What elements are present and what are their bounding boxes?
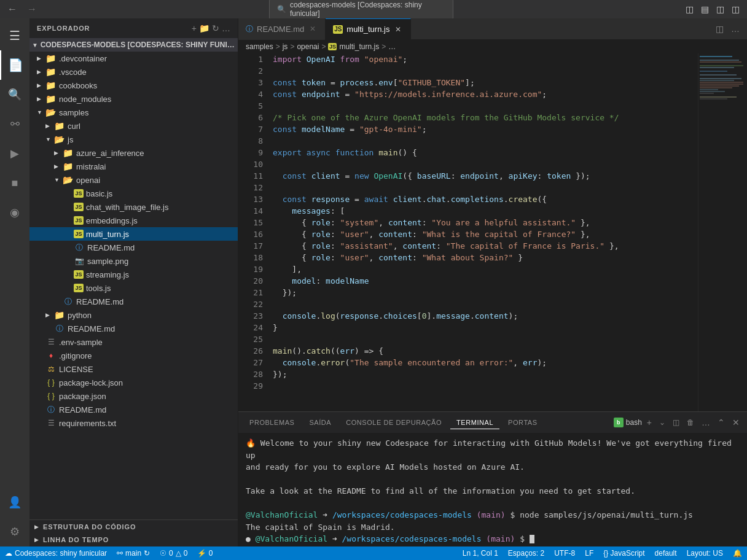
tree-item-tools-js[interactable]: JS tools.js <box>29 281 238 295</box>
tree-item-samples[interactable]: ▼ 📂 samples <box>29 106 238 119</box>
tree-item-env-sample[interactable]: ☰ .env-sample <box>29 335 238 349</box>
tab-multi-turn-close[interactable]: ✕ <box>393 25 403 34</box>
sidebar-header: EXPLORADOR + 📁 ↻ … <box>29 18 238 38</box>
activity-settings[interactable]: ⚙ <box>0 517 29 546</box>
tree-item-curl[interactable]: ▶ 📁 curl <box>29 119 238 133</box>
code-line <box>273 380 698 392</box>
timeline-section[interactable]: ▶ LINHA DO TEMPO <box>29 533 238 546</box>
sidebar-new-file[interactable]: + <box>192 23 197 33</box>
sidebar: EXPLORADOR + 📁 ↻ … ▼ CODESPACES-MODELS [… <box>29 18 238 546</box>
activity-extensions[interactable]: ■ <box>0 168 29 198</box>
tree-item-openai[interactable]: ▼ 📂 openai <box>29 173 238 187</box>
tree-item-embeddings-js[interactable]: JS embeddings.js <box>29 214 238 227</box>
layout-btn-3[interactable]: ◫ <box>714 3 727 15</box>
status-bell[interactable]: 🔔 <box>728 546 747 560</box>
tree-item-readme-root[interactable]: ⓘ README.md <box>29 403 238 416</box>
sidebar-refresh[interactable]: ↻ <box>212 23 219 33</box>
tree-item-js[interactable]: ▼ 📂 js <box>29 133 238 146</box>
status-codespace[interactable]: ☁ Codespaces: shiny funicular <box>0 546 112 560</box>
panel-tab-saida[interactable]: SAÍDA <box>303 416 337 429</box>
panel-tab-console[interactable]: CONSOLE DE DEPURAÇÃO <box>340 416 448 429</box>
status-errors[interactable]: ☉ 0 △ 0 <box>155 546 192 560</box>
panel-add-terminal[interactable]: + <box>644 416 654 429</box>
tree-item-readme-openai[interactable]: ⓘ README.md <box>29 241 238 254</box>
editor-more-button[interactable]: … <box>729 23 742 35</box>
layout-btn-1[interactable]: ◫ <box>683 3 696 15</box>
tree-item-multi-turn-js[interactable]: JS multi_turn.js <box>29 227 238 241</box>
tab-readme-close[interactable]: ✕ <box>308 24 318 34</box>
tree-item-basic-js[interactable]: JS basic.js <box>29 187 238 200</box>
tree-item-cookbooks[interactable]: ▶ 📁 cookbooks <box>29 79 238 92</box>
tree-item-vscode[interactable]: ▶ 📁 .vscode <box>29 65 238 79</box>
tree-item-readme-js[interactable]: ⓘ README.md <box>29 295 238 308</box>
status-branch[interactable]: ⚯ main ↻ <box>112 546 155 560</box>
tree-item-devcontainer[interactable]: ▶ 📁 .devcontainer <box>29 52 238 65</box>
code-line: { role: "system", content: "You are a he… <box>273 217 698 228</box>
tree-item-license[interactable]: ⚖ LICENSE <box>29 362 238 376</box>
nav-back-button[interactable]: ← <box>5 2 20 16</box>
breadcrumb-js[interactable]: js <box>283 42 288 51</box>
panel-tab-portas[interactable]: PORTAS <box>502 416 544 429</box>
tab-readme[interactable]: ⓘ README.md ✕ <box>238 18 326 40</box>
terminal-content[interactable]: 🔥 Welcome to your shiny new Codespace fo… <box>238 434 747 546</box>
editor-split-button[interactable]: ◫ <box>713 23 726 35</box>
tree-item-streaming-js[interactable]: JS streaming.js <box>29 268 238 281</box>
search-icon: 🔍 <box>277 5 286 14</box>
panel-split[interactable]: ◫ <box>670 417 682 428</box>
nav-forward-button[interactable]: → <box>25 2 39 16</box>
panel-more[interactable]: … <box>699 416 713 429</box>
status-line-col[interactable]: Ln 1, Col 1 <box>458 546 503 560</box>
tree-item-readme-samples[interactable]: ⓘ README.md <box>29 322 238 335</box>
panel-close[interactable]: ✕ <box>730 416 742 429</box>
code-line: const client = new OpenAI({ baseURL: end… <box>273 170 698 182</box>
search-bar[interactable]: 🔍 codespaces-models [Codespaces: shiny f… <box>269 0 453 20</box>
error-icon: ☉ <box>160 549 166 558</box>
tree-item-package-lock[interactable]: { } package-lock.json <box>29 376 238 389</box>
activity-menu[interactable]: ☰ <box>0 21 29 50</box>
layout-btn-4[interactable]: ◫ <box>729 3 742 15</box>
status-layout[interactable]: Layout: US <box>682 546 728 560</box>
code-line <box>273 182 698 193</box>
breadcrumb-more[interactable]: … <box>388 42 396 51</box>
panel-tab-terminal[interactable]: TERMINAL <box>450 416 499 429</box>
status-language[interactable]: {} JavaScript <box>598 546 649 560</box>
status-formatter[interactable]: default <box>650 546 682 560</box>
breadcrumb-samples[interactable]: samples <box>246 42 273 51</box>
layout-btn-2[interactable]: ▤ <box>698 3 711 15</box>
tab-multi-turn[interactable]: JS multi_turn.js ✕ <box>326 18 411 40</box>
breadcrumb-sep4: > <box>381 42 386 51</box>
panel-chevron[interactable]: ⌄ <box>657 417 668 428</box>
activity-explorer[interactable]: 📄 <box>0 50 29 80</box>
codespace-icon: ☁ <box>5 549 12 558</box>
sidebar-more[interactable]: … <box>222 23 230 33</box>
status-spaces[interactable]: Espaços: 2 <box>503 546 549 560</box>
status-info-count[interactable]: ⚡ 0 <box>192 546 217 560</box>
breadcrumb-file[interactable]: multi_turn.js <box>339 42 379 51</box>
tree-item-package-json[interactable]: { } package.json <box>29 389 238 403</box>
outline-section[interactable]: ▶ ESTRUTURA DO CÓDIGO <box>29 519 238 533</box>
activity-run[interactable]: ▶ <box>0 139 29 168</box>
tree-item-mistralai[interactable]: ▶ 📁 mistralai <box>29 160 238 173</box>
tree-item-azure[interactable]: ▶ 📁 azure_ai_inference <box>29 146 238 160</box>
terminal-line-welcome2: and ready for you to explore AI Models h… <box>246 461 740 473</box>
status-encoding[interactable]: UTF-8 <box>549 546 580 560</box>
activity-source-control[interactable]: ⚯ <box>0 109 29 139</box>
tree-item-node-modules[interactable]: ▶ 📁 node_modules <box>29 92 238 106</box>
tree-item-requirements[interactable]: ☰ requirements.txt <box>29 416 238 430</box>
code-editor[interactable]: import OpenAI from "openai"; const token… <box>268 53 698 411</box>
activity-search[interactable]: 🔍 <box>0 80 29 109</box>
tree-item-chat-image-js[interactable]: JS chat_with_image_file.js <box>29 200 238 214</box>
panel-trash[interactable]: 🗑 <box>684 417 697 428</box>
tree-item-python[interactable]: ▶ 📁 python <box>29 308 238 322</box>
tree-item-sample-png[interactable]: 📷 sample.png <box>29 254 238 268</box>
code-line: }); <box>273 368 698 380</box>
panel-tab-problemas[interactable]: PROBLEMAS <box>243 416 300 429</box>
root-folder[interactable]: ▼ CODESPACES-MODELS [CODESPACES: SHINY F… <box>29 38 238 52</box>
activity-github[interactable]: ◉ <box>0 198 29 227</box>
tree-item-gitignore[interactable]: ♦ .gitignore <box>29 349 238 362</box>
panel-up[interactable]: ⌃ <box>715 416 727 429</box>
sidebar-new-folder[interactable]: 📁 <box>199 23 209 33</box>
status-eol[interactable]: LF <box>580 546 598 560</box>
breadcrumb-openai[interactable]: openai <box>297 42 319 51</box>
activity-account[interactable]: 👤 <box>0 488 29 517</box>
